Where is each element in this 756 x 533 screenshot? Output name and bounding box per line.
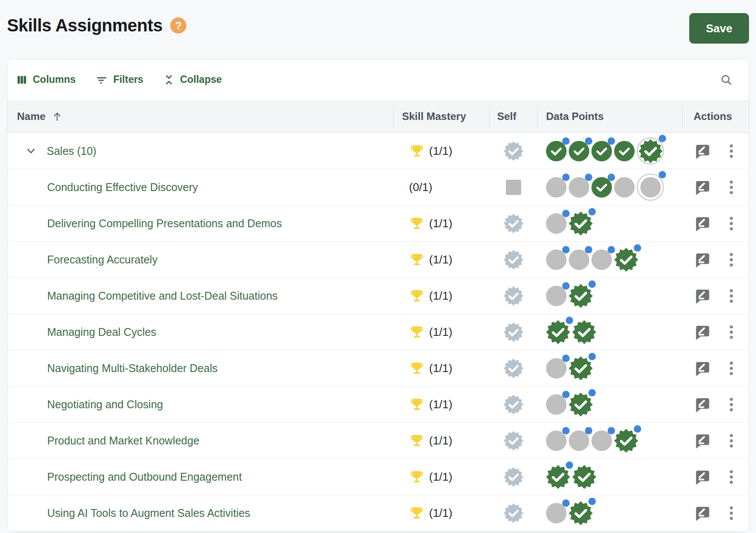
skills-table-card: Columns Filters bbox=[7, 59, 749, 533]
filters-button[interactable]: Filters bbox=[96, 74, 143, 86]
kebab-menu-icon[interactable] bbox=[730, 362, 733, 375]
data-point-seal-check-icon[interactable] bbox=[546, 320, 570, 344]
skill-mastery-cell: (1/1) bbox=[393, 469, 489, 485]
skill-name-link[interactable]: Managing Competitive and Lost-Deal Situa… bbox=[47, 290, 278, 302]
chevron-down-icon[interactable] bbox=[25, 145, 37, 157]
skill-mastery-cell: (1/1) bbox=[393, 324, 489, 340]
data-point-empty-circle-icon[interactable] bbox=[569, 430, 589, 451]
data-point-seal-check-icon[interactable] bbox=[614, 248, 638, 272]
data-point-seal-check-icon[interactable] bbox=[614, 429, 638, 453]
feedback-icon[interactable] bbox=[694, 143, 711, 160]
data-point-empty-circle-icon[interactable] bbox=[546, 394, 567, 415]
column-header-name[interactable]: Name bbox=[7, 100, 393, 133]
data-point-empty-circle-icon[interactable] bbox=[546, 358, 567, 379]
kebab-menu-icon[interactable] bbox=[730, 181, 733, 194]
kebab-menu-icon[interactable] bbox=[730, 470, 733, 484]
skill-name-link[interactable]: Navigating Multi-Stakeholder Deals bbox=[47, 362, 217, 375]
data-point-seal-check-icon[interactable] bbox=[546, 465, 570, 489]
mastery-count: (0/1) bbox=[409, 181, 432, 194]
table-row: Using AI Tools to Augment Sales Activiti… bbox=[7, 495, 749, 531]
data-point-check-circle-icon[interactable] bbox=[591, 141, 612, 161]
trophy-icon bbox=[409, 505, 425, 521]
data-point-seal-check-icon[interactable] bbox=[569, 356, 593, 380]
group-name-link[interactable]: Sales (10) bbox=[47, 145, 96, 157]
actions-cell bbox=[682, 360, 749, 377]
table-row: Prospecting and Outbound Engagement (1/1… bbox=[7, 459, 749, 495]
data-point-check-circle-icon[interactable] bbox=[591, 177, 612, 198]
kebab-menu-icon[interactable] bbox=[730, 289, 733, 303]
blue-dot-indicator bbox=[634, 244, 641, 252]
self-assessment-cell bbox=[489, 431, 537, 451]
columns-button[interactable]: Columns bbox=[16, 74, 76, 85]
self-assessment-cell bbox=[489, 322, 537, 342]
data-point-empty-circle-icon[interactable] bbox=[546, 503, 567, 523]
search-icon[interactable] bbox=[720, 73, 733, 86]
skill-name-link[interactable]: Negotiating and Closing bbox=[47, 398, 163, 411]
trophy-icon bbox=[409, 143, 425, 159]
skill-mastery-cell: (1/1) bbox=[393, 433, 489, 448]
data-point-empty-circle-icon[interactable] bbox=[546, 213, 567, 234]
kebab-menu-icon[interactable] bbox=[730, 325, 733, 339]
collapse-button[interactable]: Collapse bbox=[163, 74, 222, 85]
save-button[interactable]: Save bbox=[689, 13, 749, 44]
feedback-icon[interactable] bbox=[694, 251, 711, 268]
feedback-icon[interactable] bbox=[694, 215, 711, 232]
data-point-empty-circle-icon[interactable] bbox=[591, 249, 612, 270]
collapse-icon bbox=[163, 74, 175, 85]
kebab-menu-icon[interactable] bbox=[730, 506, 733, 520]
table-row: Negotiating and Closing (1/1) bbox=[7, 386, 749, 423]
skill-name-link[interactable]: Conducting Effective Discovery bbox=[47, 181, 198, 194]
data-point-check-circle-icon[interactable] bbox=[614, 141, 635, 161]
data-point-seal-check-icon[interactable] bbox=[569, 501, 593, 525]
table-row: Navigating Multi-Stakeholder Deals (1/1) bbox=[7, 350, 749, 386]
data-point-empty-circle-icon[interactable] bbox=[637, 174, 664, 201]
skill-name-link[interactable]: Delivering Compelling Presentations and … bbox=[47, 217, 282, 230]
skill-name-link[interactable]: Managing Deal Cycles bbox=[47, 326, 156, 338]
kebab-menu-icon[interactable] bbox=[730, 144, 733, 158]
feedback-icon[interactable] bbox=[694, 179, 711, 196]
skill-name-link[interactable]: Using AI Tools to Augment Sales Activiti… bbox=[47, 507, 250, 519]
data-point-check-circle-icon[interactable] bbox=[546, 141, 567, 161]
blue-dot-indicator bbox=[659, 135, 666, 142]
feedback-icon[interactable] bbox=[694, 396, 711, 413]
feedback-icon[interactable] bbox=[694, 360, 711, 377]
data-point-empty-circle-icon[interactable] bbox=[591, 430, 612, 451]
actions-cell bbox=[682, 215, 749, 232]
help-icon[interactable]: ? bbox=[170, 17, 186, 34]
kebab-menu-icon[interactable] bbox=[730, 434, 733, 448]
data-point-seal-check-icon[interactable] bbox=[569, 393, 593, 417]
data-point-seal-check-icon[interactable] bbox=[637, 137, 664, 164]
data-point-seal-check-icon[interactable] bbox=[569, 212, 593, 236]
data-point-empty-circle-icon[interactable] bbox=[546, 430, 567, 451]
data-point-check-circle-icon[interactable] bbox=[569, 141, 589, 161]
kebab-menu-icon[interactable] bbox=[730, 398, 733, 411]
data-point-empty-circle-icon[interactable] bbox=[569, 249, 589, 270]
data-point-seal-check-icon[interactable] bbox=[572, 465, 596, 489]
data-point-empty-circle-icon[interactable] bbox=[546, 177, 567, 198]
table-body: Sales (10) (1/1) Conducting Effective Di… bbox=[7, 133, 749, 531]
data-point-empty-circle-icon[interactable] bbox=[614, 177, 635, 198]
skill-name-link[interactable]: Product and Market Knowledge bbox=[47, 434, 199, 447]
feedback-icon[interactable] bbox=[694, 287, 711, 304]
data-point-seal-check-icon[interactable] bbox=[569, 284, 593, 308]
self-badge-check-icon bbox=[504, 467, 523, 487]
data-point-empty-circle-icon[interactable] bbox=[569, 177, 589, 198]
feedback-icon[interactable] bbox=[694, 324, 711, 341]
actions-cell bbox=[682, 324, 749, 341]
feedback-icon[interactable] bbox=[694, 468, 711, 485]
skill-name-link[interactable]: Prospecting and Outbound Engagement bbox=[47, 471, 242, 483]
feedback-icon[interactable] bbox=[694, 505, 711, 522]
self-assessment-cell bbox=[489, 503, 537, 523]
self-assessment-cell bbox=[489, 214, 537, 233]
data-point-empty-circle-icon[interactable] bbox=[546, 286, 567, 306]
trophy-icon bbox=[409, 433, 425, 448]
kebab-menu-icon[interactable] bbox=[730, 217, 733, 230]
kebab-menu-icon[interactable] bbox=[730, 253, 733, 266]
feedback-icon[interactable] bbox=[694, 432, 711, 449]
data-point-empty-circle-icon[interactable] bbox=[546, 249, 567, 270]
table-row: Delivering Compelling Presentations and … bbox=[7, 205, 749, 242]
data-points-cell bbox=[537, 501, 682, 525]
skill-name-link[interactable]: Forecasting Accurately bbox=[47, 253, 158, 266]
trophy-icon bbox=[409, 324, 425, 340]
data-point-seal-check-icon[interactable] bbox=[572, 320, 596, 344]
